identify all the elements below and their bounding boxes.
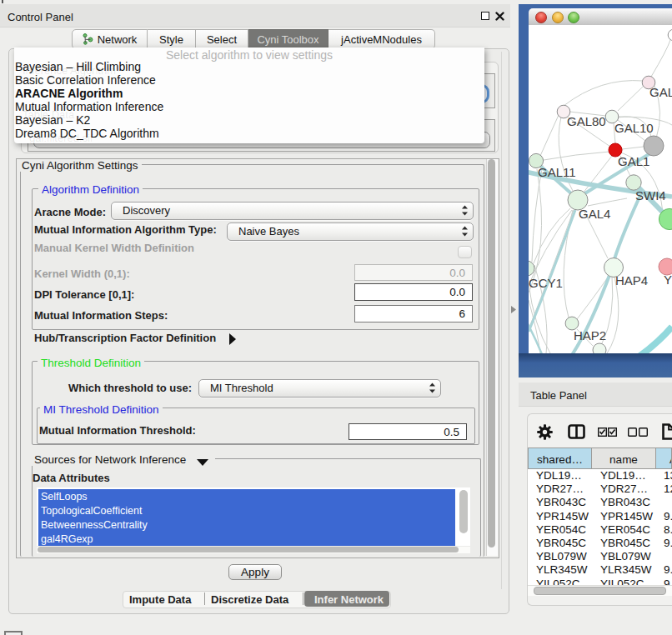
- svg-text:GAL7: GAL7: [649, 85, 672, 99]
- svg-text:GCY1: GCY1: [529, 276, 563, 290]
- svg-text:HAP2: HAP2: [574, 328, 606, 342]
- svg-text:GAL1: GAL1: [618, 154, 649, 168]
- svg-text:HAP4: HAP4: [615, 273, 648, 288]
- svg-text:SWI4: SWI4: [635, 188, 666, 202]
- svg-text:GAL4: GAL4: [579, 207, 610, 221]
- svg-text:GAL10: GAL10: [614, 121, 654, 135]
- svg-text:GAL80: GAL80: [567, 114, 606, 128]
- svg-text:Y: Y: [664, 272, 672, 287]
- svg-text:GAL11: GAL11: [538, 165, 576, 179]
